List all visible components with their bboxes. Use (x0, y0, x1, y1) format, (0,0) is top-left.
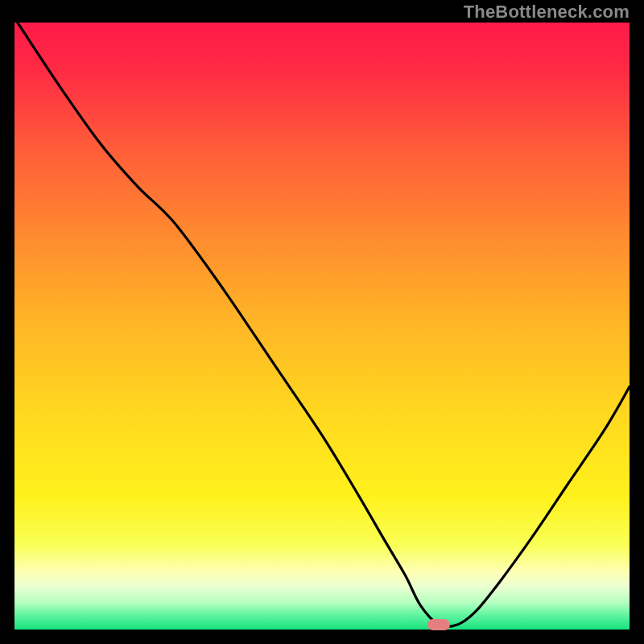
plot-area (14, 23, 630, 630)
trough-marker (427, 619, 450, 630)
watermark-text: TheBottleneck.com (464, 2, 630, 23)
chart-svg (0, 0, 644, 644)
chart-stage: TheBottleneck.com (0, 0, 644, 644)
